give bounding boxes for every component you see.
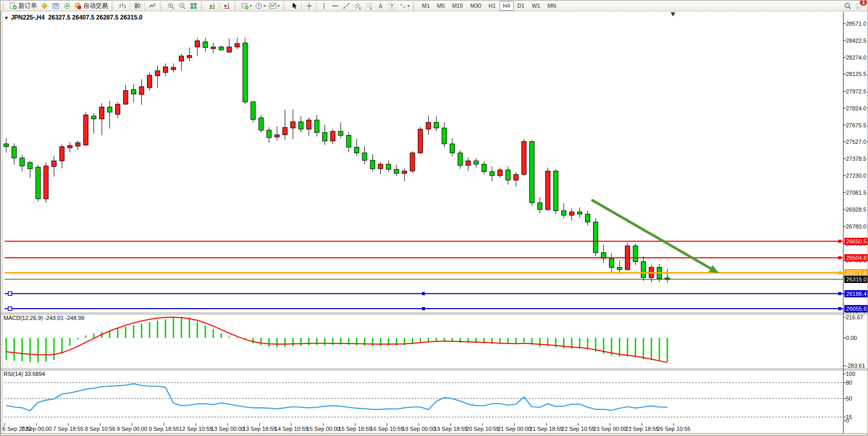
arrows-tool-button[interactable]: ▾ (397, 1, 411, 11)
vline-tool-button[interactable] (318, 1, 329, 11)
chart-title: ▼JPN225-,H4 26327.5 26407.5 26287.5 2631… (4, 14, 142, 21)
candle (171, 67, 176, 69)
candle (553, 171, 558, 211)
dropdown-caret-icon: ▾ (250, 4, 252, 8)
autotrading-label: 自动交易 (83, 2, 108, 10)
candle (84, 115, 88, 145)
template-button[interactable]: ▾ (267, 1, 281, 11)
ohlc-bars-button[interactable] (117, 1, 128, 11)
timeframe-button-h4[interactable]: H4 (500, 1, 514, 11)
arrows-icon (399, 2, 407, 10)
candle (617, 268, 622, 270)
zoom-out-icon (178, 2, 186, 10)
line-chart-button[interactable] (146, 1, 158, 11)
candle (594, 222, 598, 253)
timeframe-button-w1[interactable]: W1 (528, 1, 544, 11)
svg-text:F: F (370, 6, 372, 9)
candle (610, 258, 614, 268)
autotrading-button[interactable]: 自动交易 (72, 1, 109, 11)
notification-badge: 1 (860, 0, 867, 6)
toolbar-grip[interactable] (112, 2, 115, 10)
candle (641, 262, 646, 278)
text-tool-button[interactable]: A (375, 1, 386, 11)
trendline-tool-button[interactable] (341, 1, 352, 11)
candle (187, 55, 192, 58)
timeframe-button-m15[interactable]: M15 (449, 1, 467, 11)
hline-tool-button[interactable] (329, 1, 341, 11)
channel-tool-button[interactable]: E (352, 1, 363, 11)
timeframe-toolbar: M1M5M15M30H1H4D1W1MN (418, 1, 560, 11)
period-button[interactable]: ▾ (253, 1, 267, 11)
current-price-line-price-tag[interactable]: 26315.0 (844, 276, 868, 283)
candle (299, 122, 303, 129)
cursor-button[interactable] (288, 1, 300, 11)
new-order-button[interactable]: 新订单 (8, 1, 39, 11)
zoom-out-button[interactable] (176, 1, 188, 11)
auto-scroll-button[interactable] (206, 1, 217, 11)
candle (323, 132, 327, 141)
text-label-tool-button[interactable]: T (386, 1, 397, 11)
candle (163, 67, 168, 72)
timeframe-button-mn[interactable]: MN (544, 1, 560, 11)
timeframe-button-d1[interactable]: D1 (514, 1, 528, 11)
candle (139, 87, 144, 94)
tile-windows-icon (190, 2, 197, 10)
candle (426, 122, 431, 129)
notifications-button[interactable]: 1 (853, 1, 864, 11)
candle (506, 170, 510, 180)
search-icon (844, 2, 852, 10)
chart-shift-icon (223, 2, 231, 10)
tile-windows-button[interactable] (188, 1, 199, 11)
candlestick-icon (134, 2, 141, 10)
toolbar-grip[interactable] (3, 2, 6, 10)
candle (530, 142, 534, 203)
toolbar-grip[interactable] (413, 2, 417, 10)
toolbar-grip[interactable] (283, 2, 287, 10)
new-order-label: 新订单 (19, 2, 37, 10)
toolbar-grip[interactable] (160, 2, 163, 10)
timeframe-button-h1[interactable]: H1 (485, 1, 499, 11)
candle (267, 130, 271, 138)
navigator-button[interactable] (61, 1, 72, 11)
trendline-icon (343, 2, 350, 10)
chart-window-button[interactable] (50, 1, 61, 11)
crosshair-icon (305, 2, 313, 10)
market-watch-icon (41, 2, 48, 10)
cursor-icon (290, 2, 298, 10)
resistance-line-1-price-tag[interactable]: 26650.5 (844, 238, 868, 245)
fibonacci-tool-button[interactable]: F (363, 1, 375, 11)
resistance-line-2-price-tag[interactable]: 26504.8 (844, 254, 868, 261)
candle (28, 163, 32, 169)
timeframe-button-m1[interactable]: M1 (418, 1, 433, 11)
market-watch-button[interactable] (39, 1, 50, 11)
candle (633, 246, 638, 262)
line-chart-icon (149, 2, 156, 10)
timeframe-button-m30[interactable]: M30 (467, 1, 485, 11)
candle (60, 147, 64, 161)
candle (155, 71, 160, 76)
crosshair-button[interactable] (303, 1, 315, 11)
support-line-2-price-tag[interactable]: 26055.6 (844, 305, 868, 312)
candle (20, 158, 25, 166)
chart-window-icon (52, 2, 60, 10)
auto-scroll-icon (208, 2, 216, 10)
chart-dropdown-icon[interactable]: ▼ (4, 15, 9, 21)
candle (100, 107, 104, 119)
chart-canvas[interactable] (1, 1, 868, 436)
candle (490, 172, 494, 176)
fibonacci-icon: F (365, 2, 373, 10)
toolbar-grip[interactable] (201, 2, 205, 10)
search-button[interactable] (842, 1, 853, 11)
candlestick-button[interactable] (132, 1, 143, 11)
add-indicator-button[interactable]: ▾ (239, 1, 253, 11)
timeframe-button-m5[interactable]: M5 (433, 1, 448, 11)
candle (36, 167, 41, 199)
zoom-in-button[interactable] (165, 1, 176, 11)
toolbar-grip[interactable] (234, 2, 238, 10)
candle (227, 47, 232, 52)
support-line-1-price-tag[interactable]: 26188.4 (844, 290, 868, 297)
candle (442, 128, 447, 144)
candle (147, 75, 152, 88)
chart-shift-button[interactable] (221, 1, 232, 11)
text-label-icon: T (388, 2, 396, 10)
